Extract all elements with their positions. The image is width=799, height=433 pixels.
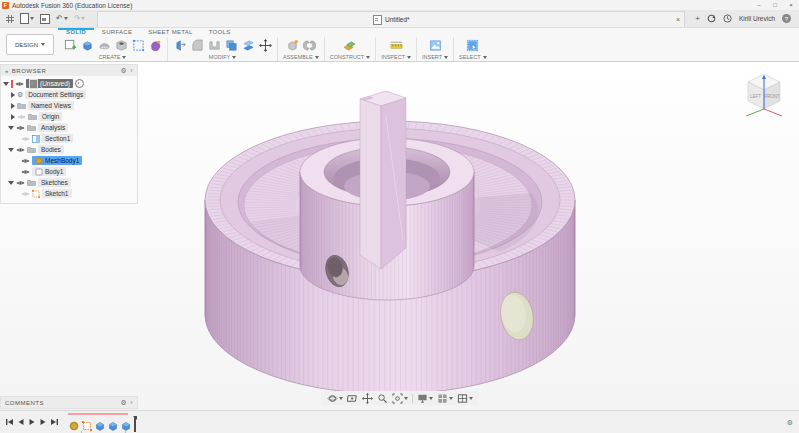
browser-item-section1[interactable]: Section1: [3, 133, 135, 144]
model-viewport[interactable]: « BROWSER ⚙ › (Unsaved) ⚙ Document Sett: [0, 62, 799, 410]
move-button[interactable]: [258, 38, 272, 52]
browser-item-meshbody1[interactable]: MeshBody1: [3, 155, 135, 166]
browser-item-origin[interactable]: Origin: [3, 111, 135, 122]
offset-face-button[interactable]: [241, 38, 255, 52]
tab-sheet-metal[interactable]: SHEET METAL: [140, 28, 200, 37]
box-button[interactable]: [131, 38, 145, 52]
step-forward-button[interactable]: [39, 418, 47, 426]
grid-snaps-button[interactable]: [437, 393, 453, 404]
job-status-button[interactable]: [707, 14, 716, 24]
maximize-button[interactable]: □: [767, 2, 783, 8]
group-select-label[interactable]: SELECT: [459, 54, 480, 60]
visibility-eye-icon[interactable]: [21, 136, 30, 142]
play-button[interactable]: [28, 418, 36, 426]
knob-key-tab[interactable]: [360, 91, 406, 269]
press-pull-button[interactable]: [173, 38, 187, 52]
visibility-eye-icon[interactable]: [21, 191, 30, 197]
browser-item-sketch1[interactable]: Sketch1: [3, 188, 135, 199]
visibility-eye-icon[interactable]: [17, 114, 26, 120]
view-cube[interactable]: LEFT FRONT: [739, 66, 789, 122]
group-modify-label[interactable]: MODIFY: [209, 54, 230, 60]
browser-item-bodies[interactable]: Bodies: [3, 144, 135, 155]
group-insert-label[interactable]: INSERT: [422, 54, 442, 60]
measure-button[interactable]: [389, 38, 403, 52]
undo-button[interactable]: ↶: [56, 15, 68, 23]
go-to-end-button[interactable]: [50, 418, 58, 426]
hole-button[interactable]: [114, 38, 128, 52]
expander-icon[interactable]: [11, 114, 15, 120]
fillet-button[interactable]: [190, 38, 204, 52]
new-component-button[interactable]: [285, 38, 299, 52]
visibility-eye-icon[interactable]: [16, 180, 25, 186]
visibility-eye-icon[interactable]: [16, 125, 25, 131]
combine-button[interactable]: [224, 38, 238, 52]
viewports-button[interactable]: [457, 393, 473, 404]
comments-header[interactable]: COMMENTS ⚙ ›: [1, 397, 137, 408]
tab-solid[interactable]: SOLID: [58, 28, 94, 37]
pan-button[interactable]: [362, 393, 373, 404]
panel-chevron-icon[interactable]: ›: [130, 67, 133, 74]
go-to-start-button[interactable]: [6, 418, 14, 426]
tab-tools[interactable]: TOOLS: [201, 28, 239, 37]
data-panel-toggle-button[interactable]: [6, 15, 14, 23]
expander-icon[interactable]: [8, 181, 14, 185]
file-menu-button[interactable]: [20, 13, 34, 24]
new-tab-button[interactable]: +: [695, 14, 700, 23]
orbit-button[interactable]: [327, 393, 343, 404]
recent-activity-button[interactable]: [723, 14, 732, 23]
visibility-eye-icon[interactable]: [21, 169, 30, 175]
browser-item-body1[interactable]: Body1: [3, 166, 135, 177]
expander-icon[interactable]: [3, 82, 9, 86]
zoom-button[interactable]: [377, 393, 388, 404]
close-button[interactable]: ×: [783, 2, 799, 8]
expander-icon[interactable]: [8, 148, 14, 152]
minimize-button[interactable]: –: [751, 2, 767, 8]
browser-item-named-views[interactable]: Named Views: [3, 100, 135, 111]
revolve-button[interactable]: [97, 38, 111, 52]
expander-icon[interactable]: [8, 126, 14, 130]
expander-icon[interactable]: [11, 103, 15, 109]
expander-icon[interactable]: [11, 92, 15, 98]
browser-item-document-settings[interactable]: ⚙ Document Settings: [3, 89, 135, 100]
save-button[interactable]: [40, 14, 50, 24]
redo-button[interactable]: ↷: [74, 15, 86, 23]
panel-settings-icon[interactable]: ⚙: [120, 399, 127, 406]
look-at-button[interactable]: [347, 393, 358, 404]
fit-button[interactable]: [392, 393, 408, 404]
visibility-eye-icon[interactable]: [21, 158, 30, 164]
timeline-playhead[interactable]: [134, 417, 136, 432]
group-construct-label[interactable]: CONSTRUCT: [330, 54, 365, 60]
tab-surface[interactable]: SURFACE: [94, 28, 140, 37]
browser-item-analysis[interactable]: Analysis: [3, 122, 135, 133]
group-create-label[interactable]: CREATE: [99, 54, 121, 60]
shell-button[interactable]: [207, 38, 221, 52]
joint-button[interactable]: [302, 38, 316, 52]
panel-settings-icon[interactable]: ⚙: [120, 67, 127, 74]
timeline-feature-mesh[interactable]: [68, 421, 79, 432]
step-back-button[interactable]: [17, 418, 25, 426]
select-button[interactable]: [466, 38, 480, 52]
create-form-button[interactable]: [148, 38, 162, 52]
timeline-settings-icon[interactable]: ⚙: [787, 419, 793, 426]
close-tab-icon[interactable]: ×: [676, 16, 680, 23]
display-settings-button[interactable]: [417, 393, 433, 404]
help-button[interactable]: ?: [782, 14, 791, 23]
visibility-eye-icon[interactable]: [16, 147, 25, 153]
construct-plane-button[interactable]: [343, 38, 357, 52]
document-tab[interactable]: Untitled* ×: [97, 11, 685, 27]
activate-component-icon[interactable]: [75, 79, 84, 88]
create-sketch-button[interactable]: [63, 38, 77, 52]
group-assemble-label[interactable]: ASSEMBLE: [283, 54, 313, 60]
group-inspect-label[interactable]: INSPECT: [381, 54, 405, 60]
offset-face-icon: [242, 39, 255, 52]
collapse-panel-icon[interactable]: «: [5, 68, 9, 74]
workspace-switcher[interactable]: DESIGN: [6, 34, 54, 55]
panel-chevron-icon[interactable]: ›: [130, 399, 133, 406]
insert-canvas-button[interactable]: [428, 38, 442, 52]
visibility-eye-icon[interactable]: [15, 81, 24, 87]
browser-item-sketches[interactable]: Sketches: [3, 177, 135, 188]
extrude-button[interactable]: [80, 38, 94, 52]
user-name[interactable]: Kirill Urevich: [739, 15, 775, 22]
browser-item-root[interactable]: (Unsaved): [3, 78, 135, 89]
browser-header[interactable]: « BROWSER ⚙ ›: [1, 65, 137, 76]
